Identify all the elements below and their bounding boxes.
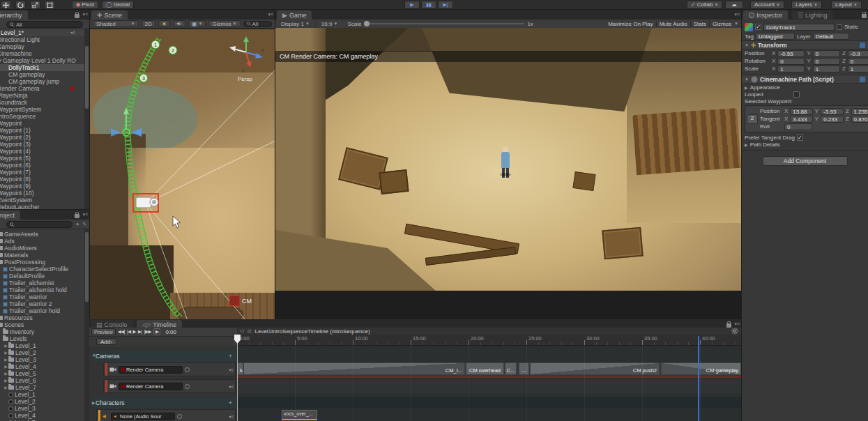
hierarchy-scrollbar[interactable] xyxy=(84,29,89,209)
timeline-clip[interactable]: CM push2 xyxy=(530,362,660,375)
effects-dropdown[interactable]: ▣ ▼ xyxy=(188,20,206,27)
project-item[interactable]: Trailer_warrior hold xyxy=(0,307,89,314)
collab-dropdown[interactable]: ✓ Collab ▼ xyxy=(687,1,722,9)
active-checkbox[interactable]: ✓ xyxy=(755,24,761,30)
timeline-clip[interactable]: CM_I... xyxy=(243,362,465,375)
aspect-dropdown[interactable]: 16:9 ▼ xyxy=(319,20,341,27)
foldout-arrow-icon[interactable]: ▶ xyxy=(745,142,748,147)
project-item[interactable]: DefaultProfile xyxy=(0,273,89,280)
project-item[interactable]: ▶Level_4 xyxy=(0,363,89,370)
project-search-input[interactable] xyxy=(6,221,73,228)
hierarchy-item[interactable]: CM gameplay jump xyxy=(0,78,89,85)
step-button[interactable]: ▶| xyxy=(438,1,453,9)
tab-game[interactable]: ▶ Game xyxy=(277,10,312,20)
lock-icon[interactable] xyxy=(862,12,867,19)
tab-hierarchy[interactable]: Hierarchy xyxy=(0,10,28,20)
camera-track-1-header[interactable]: Render Camera ▾≡ xyxy=(103,362,236,376)
next-frame-button[interactable]: ▶| xyxy=(138,329,142,335)
project-item[interactable]: Trailer_alchemist xyxy=(0,280,89,286)
project-scrollbar[interactable] xyxy=(84,229,89,421)
wp-pos-y[interactable]: -3.93 xyxy=(821,108,843,115)
hierarchy-item[interactable]: EventSystem xyxy=(0,197,89,204)
hierarchy-item[interactable]: Waypoint (2) xyxy=(0,134,89,141)
cloud-button[interactable]: ☁ xyxy=(725,1,743,9)
timeline-clip[interactable]: C... xyxy=(505,362,517,375)
position-y-field[interactable]: 0 xyxy=(813,50,840,57)
timeline-clip[interactable]: CM gameplay xyxy=(661,362,741,375)
transform-component-header[interactable]: ▼ ✛ Transform xyxy=(742,40,868,49)
add-to-group-icon[interactable]: + xyxy=(229,353,232,360)
audio-clip[interactable]: vocs_over_... xyxy=(282,410,317,420)
layer-dropdown[interactable]: Default xyxy=(813,33,849,40)
prefer-tangent-drag-checkbox[interactable]: ✓ xyxy=(797,135,803,141)
camera-binding-field[interactable]: Render Camera xyxy=(119,366,183,374)
characters-foldout-icon[interactable]: ▶ xyxy=(92,400,96,405)
project-item[interactable]: ▶Level_1 xyxy=(0,342,89,349)
stats-button[interactable]: Stats xyxy=(691,21,709,27)
gizmos-dropdown[interactable]: Gizmos ▼ xyxy=(208,20,240,27)
hierarchy-item[interactable]: DollyTrack1 xyxy=(0,64,89,71)
tag-dropdown[interactable]: Untagged xyxy=(756,33,795,40)
project-item[interactable]: AudioMixers xyxy=(0,245,89,252)
hierarchy-item[interactable]: Waypoint (8) xyxy=(0,176,89,183)
hierarchy-item[interactable]: Soundtrack xyxy=(0,99,89,106)
timeline-clip[interactable]: M... xyxy=(237,362,243,375)
hierarchy-item[interactable]: Gameplay xyxy=(0,43,89,50)
record-toggle-icon[interactable] xyxy=(185,384,190,389)
hierarchy-item[interactable]: Render Camera xyxy=(0,85,89,92)
wp-pos-z[interactable]: 1.235 xyxy=(851,108,868,115)
project-item[interactable]: Materials xyxy=(0,252,89,259)
project-item[interactable]: ▶Level_6 xyxy=(0,377,89,384)
tab-lighting[interactable]: ☰ Lighting xyxy=(792,10,833,20)
hierarchy-item[interactable]: IntroSequence xyxy=(0,113,89,120)
cameras-group-header[interactable]: Cameras + xyxy=(92,351,236,362)
pivot-toggle-button[interactable]: ◆ Pivot xyxy=(72,1,98,9)
wp-tan-x[interactable]: 3.433 xyxy=(790,116,812,123)
panel-menu-icon[interactable]: ▾≡ xyxy=(734,12,740,17)
gear-icon[interactable] xyxy=(731,328,738,335)
hierarchy-item[interactable]: Waypoint (3) xyxy=(0,141,89,148)
hierarchy-item[interactable]: Directional Light xyxy=(0,36,89,43)
cinemachine-path-component-header[interactable]: ▼ Cinemachine Path (Script) xyxy=(742,75,868,84)
move-tool-icon[interactable] xyxy=(1,1,11,9)
record-toggle-icon[interactable] xyxy=(177,414,182,419)
hierarchy-item[interactable]: Waypoint (9) xyxy=(0,183,89,190)
project-item[interactable]: Level_2 xyxy=(0,398,89,405)
waypoint-1-handle[interactable]: 1 xyxy=(151,40,160,49)
hierarchy-item[interactable]: Waypoint (10) xyxy=(0,190,89,197)
hierarchy-search-input[interactable]: All xyxy=(6,21,83,28)
component-help-icon[interactable] xyxy=(860,43,865,48)
panel-menu-icon[interactable]: ▾≡ xyxy=(82,212,88,217)
project-item[interactable]: ▶Level_5 xyxy=(0,370,89,377)
hierarchy-item[interactable]: Cinemachine xyxy=(0,50,89,57)
hierarchy-item[interactable]: Waypoint (6) xyxy=(0,162,89,169)
global-toggle-button[interactable]: ◯ Global xyxy=(102,1,134,9)
object-name-field[interactable]: DollyTrack1 xyxy=(763,24,835,31)
timeline-play-button[interactable]: ▶ xyxy=(133,329,137,335)
foldout-arrow-icon[interactable]: ▶ xyxy=(3,356,8,363)
preview-toggle-button[interactable]: Preview xyxy=(91,328,116,335)
search-by-label-icon[interactable]: ✎ xyxy=(82,222,86,227)
foldout-arrow-icon[interactable]: ▶ xyxy=(3,377,8,384)
prev-marker-icon[interactable]: ◁ xyxy=(240,328,243,334)
layers-dropdown[interactable]: Layers ▼ xyxy=(791,1,822,9)
looped-checkbox[interactable] xyxy=(793,91,800,98)
audio-binding-field[interactable]: None (Audio Sour xyxy=(111,413,175,420)
hierarchy-item[interactable]: CM gameplay xyxy=(0,71,89,78)
search-by-type-icon[interactable]: ✦ xyxy=(75,222,79,227)
scene-viewport[interactable]: 1 2 3 xyxy=(90,29,275,321)
static-checkbox[interactable] xyxy=(837,24,842,30)
waypoint-2-handle[interactable]: 2 xyxy=(169,46,177,54)
characters-group-header[interactable]: Characters + xyxy=(92,397,236,408)
goto-end-button[interactable]: |▶▶ xyxy=(144,329,151,335)
scene-search-input[interactable]: All xyxy=(243,21,272,27)
project-item[interactable]: Ads xyxy=(0,238,89,245)
audio-track-header[interactable]: None (Audio Sour ▾≡ xyxy=(96,409,236,421)
pause-button[interactable]: ▮▮ xyxy=(421,1,436,9)
project-item[interactable]: Level_4 xyxy=(0,412,89,419)
tab-inspector[interactable]: i Inspector xyxy=(743,10,788,20)
hierarchy-item[interactable]: WaypointSystem xyxy=(0,106,89,113)
hierarchy-item[interactable]: Waypoint (5) xyxy=(0,155,89,162)
scale-z-field[interactable]: 1 xyxy=(848,66,868,72)
hierarchy-item[interactable]: Waypoint (4) xyxy=(0,148,89,155)
